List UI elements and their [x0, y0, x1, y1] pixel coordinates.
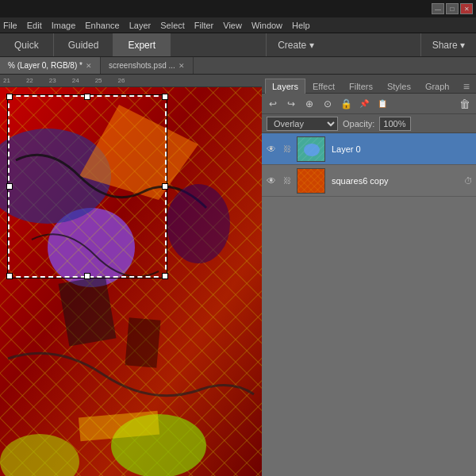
- layer-link-0: ⛓: [281, 144, 294, 153]
- panel-tab-graph[interactable]: Graph: [418, 79, 457, 94]
- ruler-mark: 25: [95, 77, 102, 84]
- handle-bm[interactable]: [84, 273, 90, 279]
- handle-tm[interactable]: [84, 94, 90, 100]
- blend-mode-select[interactable]: Overlay Normal Multiply Screen Soft Ligh…: [267, 117, 338, 131]
- doc-tab-label-1: screenshots.psd ...: [109, 61, 175, 70]
- link-icon[interactable]: 📌: [356, 96, 372, 112]
- menu-edit[interactable]: Edit: [27, 21, 42, 30]
- panel-toolbar: ↩ ↪ ⊕ ⊙ 🔒 📌 📋 🗑: [262, 94, 476, 114]
- handle-mr[interactable]: [162, 183, 168, 190]
- ruler-mark: 21: [3, 77, 10, 84]
- opacity-label: Opacity:: [343, 119, 374, 129]
- mode-quick[interactable]: Quick: [0, 33, 54, 56]
- doc-tab-label-0: % (Layer 0, RGB/8) *: [8, 61, 83, 70]
- mode-guided[interactable]: Guided: [54, 33, 114, 56]
- blend-opacity-row: Overlay Normal Multiply Screen Soft Ligh…: [262, 114, 476, 133]
- panel-tab-layers[interactable]: Layers: [265, 79, 305, 94]
- menu-enhance[interactable]: Enhance: [85, 21, 119, 30]
- menu-help[interactable]: Help: [292, 21, 310, 30]
- doc-tab-close-0[interactable]: ✕: [86, 62, 92, 70]
- menu-image[interactable]: Image: [52, 21, 76, 30]
- doc-tab-close-1[interactable]: ✕: [178, 62, 185, 70]
- close-button[interactable]: ✕: [460, 3, 473, 14]
- svg-rect-12: [125, 317, 160, 367]
- handle-ml[interactable]: [6, 183, 13, 190]
- menu-layer[interactable]: Layer: [129, 21, 152, 30]
- create-button[interactable]: Create ▾: [266, 33, 324, 56]
- canvas-area: 21 22 23 24 25 26: [0, 75, 262, 476]
- doc-tab-0[interactable]: % (Layer 0, RGB/8) * ✕: [0, 57, 101, 74]
- menu-window[interactable]: Window: [251, 21, 282, 30]
- ruler-mark: 26: [118, 77, 125, 84]
- layer-name-1: squares6 copy: [328, 176, 461, 186]
- layers-list: 👁 ⛓ Layer 0: [262, 133, 476, 476]
- svg-point-18: [304, 144, 320, 156]
- panels-area: Layers Effect Filters Styles Graph ≡ ↩ ↪…: [262, 75, 476, 476]
- new-layer-icon[interactable]: ↩: [265, 96, 281, 112]
- menu-filter[interactable]: Filter: [194, 21, 213, 30]
- window-controls[interactable]: — □ ✕: [432, 3, 473, 14]
- handle-tl[interactable]: [6, 94, 13, 100]
- menu-bar: File Edit Image Enhance Layer Select Fil…: [0, 17, 476, 33]
- ruler-top: 21 22 23 24 25 26: [0, 75, 262, 87]
- canvas-content[interactable]: [0, 87, 262, 476]
- handle-bl[interactable]: [6, 273, 13, 279]
- layer-name-0: Layer 0: [328, 144, 470, 154]
- ruler-mark: 23: [49, 77, 56, 84]
- copy-icon[interactable]: 📋: [374, 96, 390, 112]
- svg-rect-20: [298, 169, 325, 194]
- doc-tab-bar: % (Layer 0, RGB/8) * ✕ screenshots.psd .…: [0, 57, 476, 75]
- layer-item-0[interactable]: 👁 ⛓ Layer 0: [262, 133, 476, 165]
- layer-item-1[interactable]: 👁 ⛓ squares6 copy ⏱: [262, 165, 476, 197]
- title-bar: — □ ✕: [0, 0, 476, 17]
- share-button[interactable]: Share ▾: [420, 33, 476, 56]
- menu-file[interactable]: File: [3, 21, 17, 30]
- ruler-mark: 22: [26, 77, 33, 84]
- menu-view[interactable]: View: [223, 21, 242, 30]
- menu-select[interactable]: Select: [160, 21, 185, 30]
- duplicate-layer-icon[interactable]: ↪: [283, 96, 299, 112]
- layer-link-1: ⛓: [281, 176, 294, 185]
- create-group-icon[interactable]: ⊕: [301, 96, 317, 112]
- minimize-button[interactable]: —: [432, 3, 444, 14]
- handle-tr[interactable]: [162, 94, 168, 100]
- layer-thumbnail-1: [297, 168, 325, 194]
- handle-br[interactable]: [162, 273, 168, 279]
- main-area: 21 22 23 24 25 26: [0, 75, 476, 476]
- maximize-button[interactable]: □: [446, 3, 459, 14]
- layer-visibility-1[interactable]: 👁: [265, 175, 278, 186]
- selection-marquee: [8, 95, 167, 278]
- lock-icon[interactable]: 🔒: [338, 96, 354, 112]
- panel-tab-styles[interactable]: Styles: [380, 79, 418, 94]
- panel-tab-filters[interactable]: Filters: [342, 79, 380, 94]
- svg-point-13: [167, 184, 230, 263]
- mode-bar: Quick Guided Expert Create ▾ Share ▾: [0, 33, 476, 57]
- create-fill-icon[interactable]: ⊙: [320, 96, 336, 112]
- panel-tab-effect[interactable]: Effect: [305, 79, 342, 94]
- layer-thumbnail-0: [297, 136, 325, 162]
- ruler-mark: 24: [72, 77, 79, 84]
- panel-menu-icon[interactable]: ≡: [460, 80, 473, 93]
- opacity-input[interactable]: [379, 117, 411, 131]
- layer-extra-icon-1: ⏱: [464, 176, 473, 186]
- layer-visibility-0[interactable]: 👁: [265, 144, 278, 155]
- ruler-marks: 21 22 23 24 25 26: [0, 77, 262, 84]
- panel-tabs: Layers Effect Filters Styles Graph ≡: [262, 75, 476, 94]
- mode-expert[interactable]: Expert: [113, 33, 171, 56]
- doc-tab-1[interactable]: screenshots.psd ... ✕: [101, 57, 194, 74]
- delete-layer-icon[interactable]: 🗑: [457, 96, 473, 112]
